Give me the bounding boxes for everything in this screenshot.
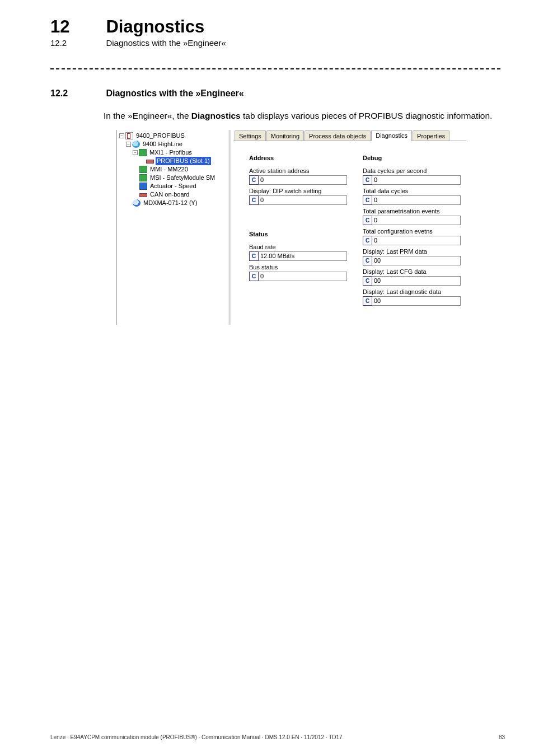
tree-node-mmi[interactable]: MMI - MM220 — [119, 165, 229, 174]
field-last-diagnostic-data: Display: Last diagnostic data C 00 — [363, 288, 461, 306]
tree-node-actuator[interactable]: Actuator - Speed — [119, 182, 229, 190]
device-icon — [132, 141, 140, 148]
value-box[interactable]: C 00 — [363, 276, 461, 286]
expander-icon[interactable]: − — [119, 133, 124, 138]
right-column: Debug Data cycles per second C 0 Total d… — [363, 155, 461, 308]
section-heading-title: Diagnostics with the »Engineer« — [106, 88, 243, 99]
field-label: Display: Last diagnostic data — [363, 288, 461, 296]
tab-diagnostics[interactable]: Diagnostics — [371, 130, 412, 141]
chapter-subheading: 12.2 Diagnostics with the »Engineer« — [50, 38, 500, 48]
field-label: Baud rate — [249, 243, 347, 251]
bus-icon — [139, 193, 147, 197]
expander-icon[interactable]: − — [133, 150, 138, 155]
tab-monitoring[interactable]: Monitoring — [266, 130, 304, 141]
field-label: Active station address — [249, 167, 347, 175]
chapter-title: Diagnostics — [106, 17, 204, 37]
field-last-prm-data: Display: Last PRM data C 00 — [363, 248, 461, 265]
intro-paragraph: In the »Engineer«, the Diagnostics tab d… — [104, 111, 500, 121]
chapter-number: 12 — [50, 17, 104, 37]
code-icon: C — [363, 256, 372, 265]
tree-label: CAN on-board — [149, 190, 190, 199]
value-box[interactable]: C 0 — [363, 216, 461, 225]
value-box[interactable]: C 0 — [249, 272, 347, 281]
value-readout: 0 — [259, 175, 347, 185]
footer-text: Lenze · E94AYCPM communication module (P… — [50, 734, 343, 740]
module-icon — [139, 149, 147, 156]
tree-node-mxi1[interactable]: − MXI1 - Profibus — [119, 148, 229, 157]
motor-icon — [133, 199, 140, 207]
code-icon: C — [363, 195, 372, 205]
field-label: Total parametrisation events — [363, 207, 461, 215]
page-number: 83 — [499, 734, 505, 740]
value-box[interactable]: C 00 — [363, 256, 461, 265]
value-readout: 0 — [372, 236, 461, 245]
tree-node-can[interactable]: CAN on-board — [119, 190, 229, 199]
field-label: Display: Last CFG data — [363, 268, 461, 276]
tab-process-data-objects[interactable]: Process data objects — [305, 130, 371, 141]
bus-icon — [146, 160, 154, 164]
subsection-title: Diagnostics with the »Engineer« — [106, 38, 226, 48]
left-column: Address Active station address C 0 Displ… — [249, 155, 347, 308]
tree-node-highline[interactable]: − 9400 HighLine — [119, 140, 229, 148]
section-heading-number: 12.2 — [50, 88, 104, 99]
value-box[interactable]: C 0 — [249, 195, 347, 205]
tree-label: MSI - SafetyModule SM — [149, 174, 216, 182]
value-box[interactable]: C 0 — [249, 175, 347, 185]
tree-label: MMI - MM220 — [149, 165, 189, 174]
value-readout: 0 — [259, 272, 347, 281]
field-active-station-address: Active station address C 0 — [249, 167, 347, 185]
code-icon: C — [363, 175, 372, 185]
value-box[interactable]: C 0 — [363, 195, 461, 205]
field-label: Bus status — [249, 263, 347, 271]
subsection-number: 12.2 — [50, 38, 104, 48]
tab-strip: Settings Monitoring Process data objects… — [233, 130, 466, 141]
tree-node-motor[interactable]: MDXMA-071-12 (Y) — [119, 199, 229, 207]
value-readout: 12.00 MBit/s — [259, 251, 347, 261]
field-label: Total data cycles — [363, 187, 461, 195]
code-icon: C — [363, 276, 372, 286]
dashed-divider — [50, 68, 500, 69]
value-box[interactable]: C 0 — [363, 175, 461, 185]
expander-icon[interactable]: − — [126, 142, 131, 147]
field-total-parametrisation-events: Total parametrisation events C 0 — [363, 207, 461, 225]
tab-settings[interactable]: Settings — [235, 130, 266, 141]
value-box[interactable]: C 00 — [363, 296, 461, 306]
diagnostics-panel: Address Active station address C 0 Displ… — [233, 141, 466, 325]
field-baud-rate: Baud rate C 12.00 MBit/s — [249, 243, 347, 261]
actuator-icon — [139, 183, 147, 190]
field-bus-status: Bus status C 0 — [249, 263, 347, 281]
module-icon — [139, 174, 147, 181]
module-icon — [139, 166, 147, 173]
value-readout: 0 — [259, 195, 347, 205]
tree-node-msi[interactable]: MSI - SafetyModule SM — [119, 174, 229, 182]
code-icon: C — [363, 236, 372, 245]
tree-label: Actuator - Speed — [149, 182, 198, 190]
field-label: Total configuration evetns — [363, 227, 461, 235]
value-readout: 0 — [372, 175, 461, 185]
tree-label: MXI1 - Profibus — [148, 148, 193, 157]
value-box[interactable]: C 12.00 MBit/s — [249, 251, 347, 261]
intro-bold: Diagnostics — [191, 111, 241, 120]
code-icon: C — [363, 216, 372, 225]
field-label: Display: DIP switch setting — [249, 187, 347, 195]
group-heading-debug: Debug — [363, 155, 461, 161]
chapter-heading: 12 Diagnostics — [50, 17, 500, 37]
intro-post: tab displays various pieces of PROFIBUS … — [241, 111, 493, 120]
tree-node-root[interactable]: − 9400_PROFIBUS — [119, 132, 229, 140]
value-readout: 00 — [372, 296, 461, 306]
value-box[interactable]: C 0 — [363, 236, 461, 245]
project-tree[interactable]: − 9400_PROFIBUS − 9400 HighLine − MXI1 -… — [117, 130, 231, 325]
value-readout: 0 — [372, 195, 461, 205]
field-dip-switch-setting: Display: DIP switch setting C 0 — [249, 187, 347, 205]
project-icon — [125, 132, 133, 139]
tree-node-profibus-slot1[interactable]: PROFIBUS (Slot 1) — [119, 157, 229, 165]
group-heading-status: Status — [249, 231, 347, 237]
field-total-configuration-events: Total configuration evetns C 0 — [363, 227, 461, 245]
code-icon: C — [249, 272, 259, 281]
tree-label-selected: PROFIBUS (Slot 1) — [156, 157, 211, 165]
code-icon: C — [249, 251, 259, 261]
field-label: Display: Last PRM data — [363, 248, 461, 255]
group-heading-address: Address — [249, 155, 347, 161]
tab-properties[interactable]: Properties — [413, 130, 449, 141]
section-heading: 12.2 Diagnostics with the »Engineer« — [50, 88, 500, 99]
